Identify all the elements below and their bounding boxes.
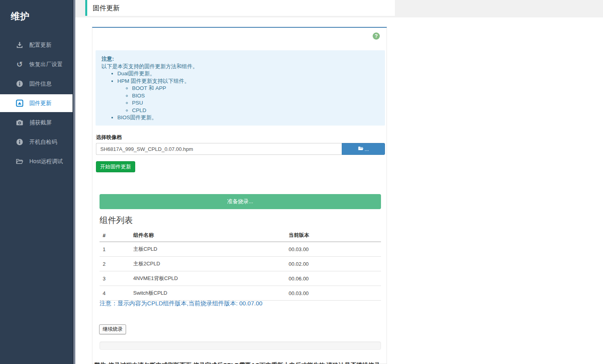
sidebar-nav: 配置更新↺恢复出厂设置固件信息固件更新捕获截屏开机自检码Host远程调试 xyxy=(0,35,73,171)
bottom-warning-text: 警告:烧录过程中请勿断电或刷新页面,烧录完成后CPLD需要AC下电重新上电后才能… xyxy=(94,362,385,364)
component-table: #组件名称当前版本 1主板CPLD00.03.002主板2CPLD00.02.0… xyxy=(100,229,381,301)
table-row: 34NVME1背板CPLD00.06.00 xyxy=(100,271,381,286)
notice-box: 注意: 以下是本页支持的固件更新方法和组件。 Dual固件更新。HPM 固件更新… xyxy=(96,50,385,126)
sidebar-scrollbar[interactable] xyxy=(73,0,75,364)
sidebar-item-label: 固件信息 xyxy=(29,80,52,88)
restore-icon: ↺ xyxy=(16,61,23,68)
notice-sub-item: PSU xyxy=(132,99,379,107)
browse-button[interactable]: ... xyxy=(342,143,385,155)
notice-sub-item: BOOT 和 APP xyxy=(132,85,379,92)
start-update-button[interactable]: 开始固件更新 xyxy=(96,161,135,172)
table-cell: 2 xyxy=(100,257,130,271)
table-cell: 3 xyxy=(100,271,130,286)
burn-progress-text: 准备烧录... xyxy=(227,198,253,205)
component-list-title: 组件列表 xyxy=(100,215,133,226)
sidebar-item-label: 固件更新 xyxy=(29,100,52,107)
sidebar-item-label: 开机自检码 xyxy=(29,139,57,146)
sidebar-item-factory-restore[interactable]: ↺恢复出厂设置 xyxy=(0,55,73,74)
image-file-input[interactable] xyxy=(96,143,342,155)
sidebar-item-host-remote-debug[interactable]: Host远程调试 xyxy=(0,152,73,171)
download-icon xyxy=(16,41,23,49)
sidebar-item-label: 配置更新 xyxy=(29,42,52,49)
notice-title: 注意: xyxy=(101,55,379,63)
sidebar-title: 维护 xyxy=(11,10,30,23)
camera-icon xyxy=(16,119,23,126)
sidebar-item-post-code[interactable]: 开机自检码 xyxy=(0,132,73,152)
help-icon[interactable]: ? xyxy=(373,32,380,40)
info-icon xyxy=(16,138,23,146)
page-header: 固件更新 xyxy=(85,0,395,16)
sidebar-item-config-update[interactable]: 配置更新 xyxy=(0,35,73,55)
folder-open-icon xyxy=(358,146,364,152)
sidebar: 维护 配置更新↺恢复出厂设置固件信息固件更新捕获截屏开机自检码Host远程调试 xyxy=(0,0,75,364)
info-icon xyxy=(16,80,23,88)
table-cell: 00.02.00 xyxy=(285,257,381,271)
notice-item: Dual固件更新。 xyxy=(117,70,379,78)
page-title: 固件更新 xyxy=(93,4,120,13)
folder-open-icon xyxy=(16,158,23,165)
notice-sub-item: BIOS xyxy=(132,92,379,100)
table-cell: 00.03.00 xyxy=(285,242,381,257)
column-header: 组件名称 xyxy=(130,229,285,242)
table-cell: 1 xyxy=(100,242,130,257)
burn-progress-bar: 准备烧录... xyxy=(100,194,381,209)
table-row: 1主板CPLD00.03.00 xyxy=(100,242,381,257)
image-file-label: 选择映像档 xyxy=(96,134,122,141)
table-cell: 00.06.00 xyxy=(285,271,381,286)
table-row: 2主板2CPLD00.02.00 xyxy=(100,257,381,271)
table-cell: 主板CPLD xyxy=(130,242,285,257)
page: 维护 配置更新↺恢复出厂设置固件信息固件更新捕获截屏开机自检码Host远程调试 … xyxy=(0,0,603,364)
sidebar-item-label: 恢复出厂设置 xyxy=(29,61,63,68)
table-cell: Switch板CPLD xyxy=(130,286,285,301)
notice-sub-item: CPLD xyxy=(132,107,379,114)
sidebar-item-firmware-info[interactable]: 固件信息 xyxy=(0,74,73,93)
table-cell: 主板2CPLD xyxy=(130,257,285,271)
table-cell: 4 xyxy=(100,286,130,301)
empty-progress-bar xyxy=(100,341,381,350)
notice-list: Dual固件更新。HPM 固件更新支持以下组件。BOOT 和 APPBIOSPS… xyxy=(101,70,379,122)
sidebar-item-label: Host远程调试 xyxy=(29,158,63,165)
sidebar-item-label: 捕获截屏 xyxy=(29,119,52,126)
table-cell: 4NVME1背板CPLD xyxy=(130,271,285,286)
component-table-body: 1主板CPLD00.03.002主板2CPLD00.02.0034NVME1背板… xyxy=(100,242,381,301)
firmware-update-icon xyxy=(16,99,23,107)
table-cell: 00.03.00 xyxy=(285,286,381,301)
sidebar-item-firmware-update[interactable]: 固件更新 xyxy=(0,94,73,112)
column-header: # xyxy=(100,229,130,242)
component-version-note: 注意：显示内容为CPLD组件版本,当前烧录组件版本: 00.07.00 xyxy=(100,300,262,307)
column-header: 当前版本 xyxy=(285,229,381,242)
continue-burn-button[interactable]: 继续烧录 xyxy=(99,324,126,334)
header-band: 固件更新 xyxy=(75,0,603,17)
notice-intro: 以下是本页支持的固件更新方法和组件。 xyxy=(101,63,379,71)
file-input-group: ... xyxy=(96,143,385,155)
component-table-head: #组件名称当前版本 xyxy=(100,229,381,242)
browse-button-label: ... xyxy=(365,146,369,152)
sidebar-item-screen-capture[interactable]: 捕获截屏 xyxy=(0,113,73,132)
notice-item: HPM 固件更新支持以下组件。BOOT 和 APPBIOSPSUCPLD xyxy=(117,78,379,114)
notice-item: BIOS固件更新。 xyxy=(117,114,379,122)
table-row: 4Switch板CPLD00.03.00 xyxy=(100,286,381,301)
firmware-update-card: ? 注意: 以下是本页支持的固件更新方法和组件。 Dual固件更新。HPM 固件… xyxy=(92,27,387,364)
